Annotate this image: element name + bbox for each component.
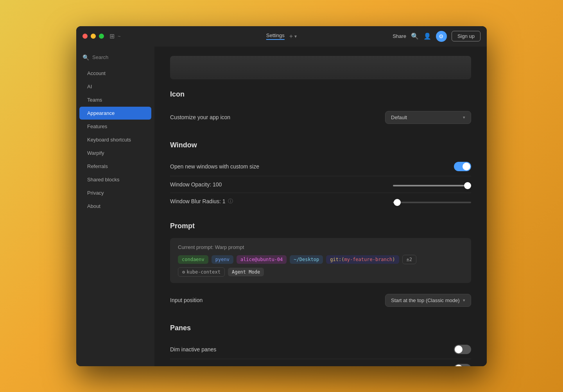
prompt-section: Prompt Current prompt: Warp prompt conda… [170, 222, 471, 311]
sidebar-item-features[interactable]: Features [79, 120, 151, 133]
icon-dropdown-value: Default [391, 115, 407, 120]
delta-tag: ±2 [402, 255, 416, 264]
signup-button[interactable]: Sign up [452, 31, 481, 41]
sidebar-item-teams[interactable]: Teams [79, 93, 151, 106]
window-title: Settings [266, 32, 285, 40]
search-icon[interactable]: 🔍 [411, 32, 419, 40]
tabs-chevron-icon[interactable]: ▾ [294, 34, 297, 39]
icon-dropdown-chevron-icon: ▾ [463, 115, 465, 120]
user-icon[interactable]: 👤 [423, 32, 431, 40]
search-bar[interactable]: 🔍 Search [76, 51, 154, 64]
blur-label: Window Blur Radius: 1 [170, 198, 226, 204]
minimize-button[interactable] [91, 34, 96, 39]
sidebar-item-warpify[interactable]: Warpify [79, 147, 151, 159]
toggle-knob [455, 365, 463, 366]
titlebar-center: Settings + ▾ [266, 32, 297, 40]
sidebar-item-privacy[interactable]: Privacy [79, 186, 151, 199]
window-section: Window Open new windows with custom size… [170, 141, 471, 209]
input-position-chevron-icon: ▾ [463, 298, 465, 303]
blur-slider[interactable] [393, 202, 471, 203]
sidebar-item-about[interactable]: About [79, 200, 151, 213]
opacity-slider-container [393, 181, 471, 188]
input-position-label: Input position [170, 297, 203, 303]
sidebar-item-referrals[interactable]: Referrals [79, 160, 151, 173]
opacity-row: Window Opacity: 100 [170, 176, 471, 193]
kube-icon: ⚙ [182, 269, 185, 275]
path-tag: ~/Desktop [290, 255, 323, 264]
dim-inactive-label: Dim inactive panes [170, 346, 216, 353]
close-button[interactable] [82, 34, 88, 39]
app-icon: ⊞ [109, 32, 115, 40]
toggle-knob [463, 163, 470, 170]
kube-tag: ⚙ kube-context [178, 267, 225, 277]
top-banner [170, 56, 471, 79]
blur-info-icon[interactable]: ⓘ [228, 198, 233, 205]
opacity-label: Window Opacity: 100 [170, 181, 222, 188]
sidebar-item-account[interactable]: Account [79, 67, 151, 80]
settings-panel: Icon Customize your app icon Default ▾ W… [154, 47, 487, 366]
sidebar-item-ai[interactable]: AI [79, 80, 151, 93]
panes-section: Panes Dim inactive panes Focus follows m… [170, 324, 471, 366]
icon-section: Icon Customize your app icon Default ▾ [170, 90, 471, 129]
toggle-knob [455, 345, 463, 353]
focus-follows-mouse-label: Focus follows mouse [170, 365, 221, 366]
focus-follows-mouse-toggle[interactable] [454, 364, 471, 366]
opacity-slider[interactable] [393, 185, 471, 186]
input-position-row: Input position Start at the top (Classic… [170, 289, 471, 311]
traffic-lights [82, 34, 104, 39]
dim-inactive-toggle[interactable] [454, 345, 471, 354]
customize-icon-label: Customize your app icon [170, 114, 230, 120]
app-window: ⊞ ~ Settings + ▾ Share 🔍 👤 ⚙ Sign up 🔍 S… [76, 26, 487, 366]
sidebar-item-appearance[interactable]: Appearance [79, 107, 151, 120]
share-label[interactable]: Share [393, 33, 406, 39]
sidebar-item-keyboard-shortcuts[interactable]: Keyboard shortcuts [79, 133, 151, 146]
input-position-dropdown[interactable]: Start at the top (Classic mode) ▾ [385, 294, 471, 307]
panes-section-title: Panes [170, 324, 471, 332]
maximize-button[interactable] [99, 34, 104, 39]
dim-inactive-row: Dim inactive panes [170, 340, 471, 359]
search-icon: 🔍 [82, 54, 89, 61]
custom-size-toggle[interactable] [454, 162, 471, 171]
icon-dropdown[interactable]: Default ▾ [385, 111, 471, 124]
sidebar: 🔍 Search Account AI Teams Appearance Fea… [76, 47, 154, 366]
prompt-preview: Current prompt: Warp prompt condaenv pye… [170, 238, 471, 283]
prompt-section-title: Prompt [170, 222, 471, 230]
custom-size-label: Open new windows with custom size [170, 163, 259, 170]
titlebar-right: Share 🔍 👤 ⚙ Sign up [393, 31, 481, 42]
sidebar-item-shared-blocks[interactable]: Shared blocks [79, 173, 151, 186]
icon-section-title: Icon [170, 90, 471, 98]
blur-radius-row: Window Blur Radius: 1 ⓘ [170, 193, 471, 209]
condaenv-tag: condaenv [178, 255, 208, 264]
current-prompt-label: Current prompt: Warp prompt [178, 244, 463, 250]
window-section-title: Window [170, 141, 471, 149]
custom-size-row: Open new windows with custom size [170, 157, 471, 176]
agent-mode-tag: Agent Mode [228, 268, 264, 276]
prompt-tags: condaenv pyenv alice@ubuntu-04 ~/Desktop… [178, 255, 463, 277]
blur-slider-container [393, 198, 471, 205]
search-placeholder: Search [92, 54, 108, 60]
new-tab-button[interactable]: + [289, 33, 293, 40]
git-tag: git:(my-feature-branch) [326, 255, 399, 264]
input-position-value: Start at the top (Classic mode) [391, 297, 460, 303]
settings-icon[interactable]: ⚙ [436, 31, 447, 42]
current-directory: ~ [118, 33, 121, 39]
blur-label-container: Window Blur Radius: 1 ⓘ [170, 198, 233, 205]
focus-follows-mouse-row: Focus follows mouse [170, 359, 471, 366]
titlebar: ⊞ ~ Settings + ▾ Share 🔍 👤 ⚙ Sign up [76, 26, 487, 47]
main-content: 🔍 Search Account AI Teams Appearance Fea… [76, 47, 487, 366]
customize-icon-row: Customize your app icon Default ▾ [170, 106, 471, 129]
pyenv-tag: pyenv [212, 255, 233, 264]
user-tag: alice@ubuntu-04 [237, 255, 287, 264]
